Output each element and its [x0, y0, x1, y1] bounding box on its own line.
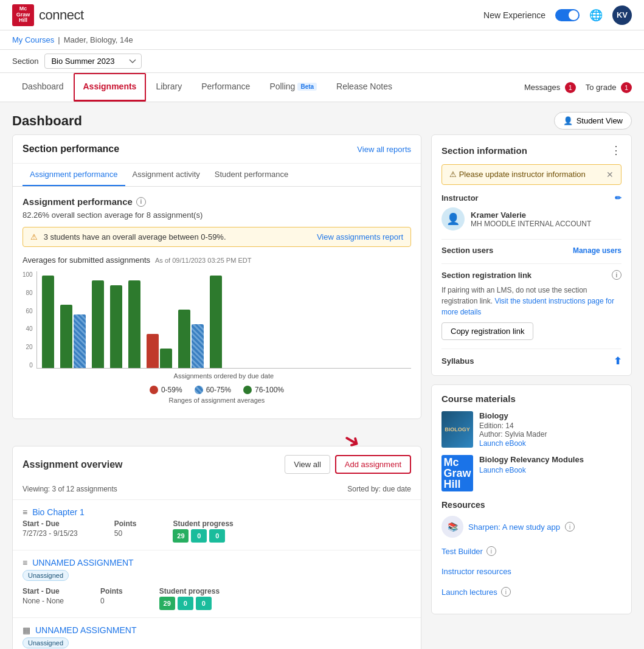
- close-alert-button[interactable]: ✕: [606, 170, 614, 179]
- dots-menu-icon[interactable]: ⋮: [611, 144, 621, 157]
- tab-release-notes[interactable]: Release Notes: [327, 73, 402, 102]
- chart-body: Assignments ordered by due date: [36, 271, 411, 380]
- test-builder-link[interactable]: Test Builder: [441, 547, 483, 556]
- assignment-meta-unnamed-1: Start - Due None - None Points 0 Student…: [23, 587, 411, 610]
- resource-instructor-resources: Instructor resources: [441, 564, 621, 578]
- new-experience-toggle[interactable]: [555, 9, 580, 21]
- view-all-button[interactable]: View all: [285, 455, 330, 474]
- legend-dot-stripe: [195, 386, 203, 394]
- assignment-perf-title: Assignment performance i: [23, 196, 411, 207]
- student-view-button[interactable]: 👤 Student View: [554, 112, 632, 130]
- messages-badge: 1: [565, 82, 576, 93]
- alert-text: Please update instructor information: [459, 170, 586, 179]
- launch-ebook-biology[interactable]: Launch eBook: [479, 439, 526, 448]
- legend-dot-red: [150, 386, 158, 394]
- divider-1: [441, 239, 621, 240]
- chart-with-axis: 100 80 60 40 20 0: [23, 271, 411, 380]
- launch-lectures-info-icon[interactable]: i: [501, 587, 511, 597]
- upload-syllabus-icon[interactable]: ⬆: [614, 355, 621, 367]
- bar-group-3: [92, 280, 104, 368]
- main-nav-tabs: Dashboard Assignments Library Performanc…: [0, 73, 644, 102]
- legend-label-green: 76-100%: [255, 386, 284, 394]
- view-all-reports-link[interactable]: View all reports: [357, 145, 411, 154]
- launch-ebook-mgh[interactable]: Launch eBook: [479, 466, 526, 474]
- mgh-logo: Mc Graw Hill: [12, 4, 34, 26]
- section-perf-header: Section performance View all reports: [13, 135, 421, 164]
- assignment-row-unnamed-1: ≡ UNNAMED ASSIGNMENT Unassigned Start - …: [13, 550, 421, 617]
- progress-pills-2: 29 0 0: [159, 597, 220, 610]
- bar-blue-7: [192, 324, 204, 368]
- book-thumb-mgh: McGrawHill: [441, 455, 473, 491]
- assignment-overview-card: Assignment overview View all Add assignm…: [12, 446, 421, 649]
- test-builder-info-icon[interactable]: i: [486, 546, 496, 556]
- bar-group-7: [178, 310, 204, 368]
- user-avatar[interactable]: KV: [612, 5, 632, 25]
- progress-pills-1: 29 0 0: [173, 529, 233, 543]
- instructor-avatar: 👤: [441, 207, 465, 231]
- legend-dot-green: [243, 386, 252, 394]
- tab-assignment-activity[interactable]: Assignment activity: [125, 164, 207, 186]
- tab-dashboard[interactable]: Dashboard: [12, 73, 74, 102]
- perf-info-icon[interactable]: i: [136, 197, 146, 207]
- tab-library[interactable]: Library: [146, 73, 192, 102]
- divider-3: [441, 349, 621, 349]
- tab-performance[interactable]: Performance: [192, 73, 260, 102]
- tab-student-performance[interactable]: Student performance: [207, 164, 296, 186]
- instructor-row: 👤 Kramer Valerie MH MOODLE INTERNAL ACCO…: [441, 207, 621, 231]
- section-label: Section: [12, 57, 38, 66]
- chart-date: As of 09/11/2023 03:25 PM EDT: [155, 257, 251, 264]
- resource-launch-lectures: Launch lectures i: [441, 585, 621, 599]
- unassigned-badge-1: Unassigned: [23, 570, 411, 585]
- sharpen-link[interactable]: Sharpen: A new study app: [468, 522, 560, 532]
- launch-lectures-link[interactable]: Launch lectures: [441, 588, 497, 597]
- assignment-name-unnamed-2: UNNAMED ASSIGNMENT: [35, 625, 136, 635]
- globe-icon[interactable]: 🌐: [589, 9, 603, 22]
- add-assignment-button[interactable]: Add assignment: [335, 455, 411, 474]
- pill-inprogress-1: 0: [191, 529, 207, 543]
- instructor-resources-link[interactable]: Instructor resources: [441, 567, 511, 576]
- section-users-block: Section users Manage users: [441, 246, 621, 255]
- bar-chart: [36, 271, 411, 369]
- legend-subtitle: Ranges of assignment averages: [23, 397, 411, 404]
- view-assignments-report-link[interactable]: View assignments report: [317, 232, 403, 241]
- alert-icon: ⚠: [449, 170, 459, 179]
- assignment-title-unnamed-2[interactable]: ▦ UNNAMED ASSIGNMENT: [23, 625, 411, 635]
- edit-instructor-icon[interactable]: ✏: [615, 193, 621, 203]
- tab-assignments[interactable]: Assignments: [74, 73, 147, 102]
- meta-points-2: Points 0: [100, 587, 123, 610]
- legend-item-stripe: 60-75%: [195, 386, 231, 394]
- section-select[interactable]: Bio Summer 2023: [44, 54, 142, 69]
- assignment-title-unnamed-1[interactable]: ≡ UNNAMED ASSIGNMENT: [23, 558, 411, 567]
- section-info-title: Section information: [441, 145, 527, 156]
- my-courses-link[interactable]: My Courses: [12, 35, 54, 44]
- bar-green-2: [60, 305, 72, 368]
- to-grade-link[interactable]: To grade 1: [586, 82, 632, 93]
- pill-notstarted-2: 0: [196, 597, 212, 610]
- book-info-biology: Biology Edition: 14 Author: Sylvia Mader…: [479, 411, 547, 448]
- meta-start-due-1: Start - Due 7/27/23 - 9/15/23: [23, 519, 78, 543]
- reg-link-desc: If pairing with an LMS, do not use the s…: [441, 285, 621, 318]
- messages-link[interactable]: Messages 1: [524, 82, 576, 93]
- legend-item-red: 0-59%: [150, 386, 182, 394]
- meta-progress-1: Student progress 29 0 0: [173, 519, 233, 543]
- section-info-card: Section information ⋮ ⚠ Please update in…: [431, 134, 632, 376]
- sharpen-info-icon[interactable]: i: [565, 522, 575, 532]
- bar-green-5: [128, 280, 140, 368]
- assignment-title-bio-ch1[interactable]: ≡ Bio Chapter 1: [23, 507, 411, 517]
- tab-polling[interactable]: Polling Beta: [260, 73, 327, 102]
- bar-green-3: [92, 280, 104, 368]
- beta-badge: Beta: [297, 83, 317, 91]
- tab-assignment-performance[interactable]: Assignment performance: [23, 164, 125, 186]
- section-bar: Section Bio Summer 2023: [0, 50, 644, 73]
- to-grade-badge: 1: [621, 82, 632, 93]
- section-perf-tabs: Assignment performance Assignment activi…: [13, 164, 421, 187]
- book-edition-biology: Edition: 14: [479, 422, 547, 430]
- copy-registration-link-button[interactable]: Copy registration link: [441, 322, 533, 340]
- content-area: Section performance View all reports Ass…: [0, 134, 644, 649]
- section-perf-title: Section performance: [23, 144, 119, 154]
- resources-title: Resources: [441, 500, 621, 510]
- manage-users-link[interactable]: Manage users: [573, 246, 621, 255]
- reg-link-info-icon[interactable]: i: [612, 270, 621, 280]
- assignment-name-unnamed-1: UNNAMED ASSIGNMENT: [32, 558, 133, 567]
- book-row-mgh: McGrawHill Biology Relevancy Modules Lau…: [441, 455, 621, 491]
